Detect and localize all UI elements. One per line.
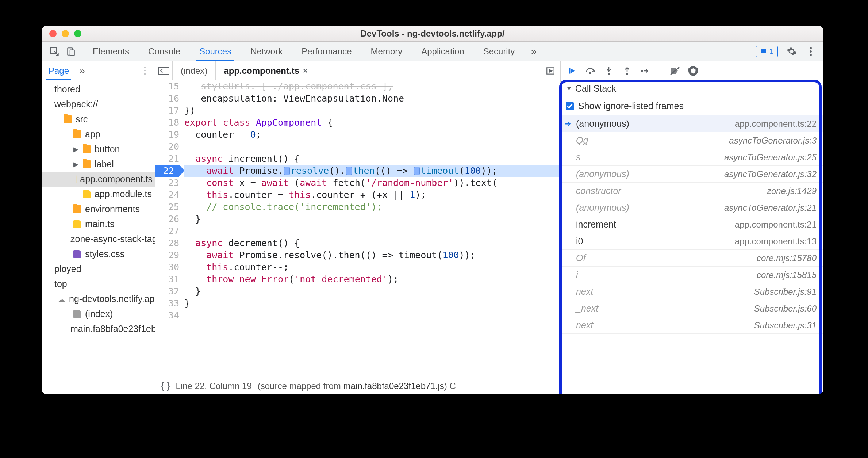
- call-stack-frame[interactable]: sasyncToGenerator.js:25: [561, 149, 823, 166]
- tab-elements[interactable]: Elements: [83, 42, 139, 61]
- more-menu-icon[interactable]: [806, 46, 816, 57]
- close-tab-icon[interactable]: ×: [303, 66, 308, 76]
- svg-rect-14: [694, 69, 695, 72]
- issues-badge[interactable]: 1: [756, 46, 778, 57]
- zoom-window-button[interactable]: [74, 30, 81, 37]
- navigator-overflow-icon[interactable]: »: [76, 65, 89, 77]
- folder-icon: [83, 160, 91, 168]
- show-ignored-row[interactable]: Show ignore-listed frames: [561, 97, 823, 115]
- editor-history-nav[interactable]: [155, 61, 173, 80]
- tree-item[interactable]: zone-async-stack-tag: [42, 232, 155, 247]
- tab-application[interactable]: Application: [412, 42, 473, 61]
- tab-sources[interactable]: Sources: [190, 42, 241, 61]
- code-content[interactable]: styleUrls. [ ./app.component.css ], enca…: [184, 80, 560, 377]
- folder-icon: [73, 130, 81, 138]
- traffic-lights: [42, 30, 81, 37]
- navigator-page-tab[interactable]: Page: [42, 61, 76, 80]
- show-ignored-checkbox[interactable]: [566, 102, 574, 110]
- close-window-button[interactable]: [49, 30, 57, 37]
- tree-item[interactable]: ▶button: [42, 142, 155, 157]
- source-map-link[interactable]: main.fa8bfa0e23f1eb71.js: [343, 381, 444, 391]
- deactivate-breakpoints-icon[interactable]: [670, 66, 680, 76]
- file-tab[interactable]: app.component.ts×: [216, 61, 316, 80]
- device-toggle-icon[interactable]: [66, 47, 76, 56]
- code-editor[interactable]: 1516171819202122232425262728293031323334…: [155, 80, 560, 394]
- main-tabs: ElementsConsoleSourcesNetworkPerformance…: [83, 42, 524, 61]
- tab-memory[interactable]: Memory: [361, 42, 412, 61]
- inspect-element-icon[interactable]: [49, 46, 59, 57]
- call-stack-frame[interactable]: incrementapp.component.ts:21: [561, 216, 823, 233]
- folder-icon: [64, 115, 72, 123]
- tab-console[interactable]: Console: [139, 42, 190, 61]
- svg-point-4: [810, 50, 812, 53]
- toolbar-left: [42, 42, 83, 61]
- tree-item[interactable]: app.component.ts: [42, 172, 155, 187]
- tree-item[interactable]: ☁ng-devtools.netlify.app: [42, 291, 155, 306]
- file-tab[interactable]: (index): [173, 61, 216, 80]
- minimize-window-button[interactable]: [62, 30, 69, 37]
- folder-icon: [73, 205, 81, 213]
- call-stack-frame[interactable]: i0app.component.ts:13: [561, 233, 823, 250]
- call-stack-header[interactable]: ▼ Call Stack: [561, 80, 823, 97]
- tree-item[interactable]: main.fa8bfa0e23f1eb: [42, 321, 155, 336]
- call-stack-frame[interactable]: nextSubscriber.js:31: [561, 317, 823, 334]
- debugger-toolbar: [560, 61, 823, 80]
- tree-item[interactable]: top: [42, 276, 155, 291]
- step-icon[interactable]: [640, 66, 650, 76]
- tree-item[interactable]: app: [42, 127, 155, 142]
- step-into-icon[interactable]: [604, 66, 614, 76]
- call-stack-frame[interactable]: nextSubscriber.js:91: [561, 283, 823, 300]
- call-stack-frame[interactable]: (anonymous)asyncToGenerator.js:32: [561, 166, 823, 183]
- file-tree[interactable]: thoredwebpack://srcapp▶button▶labelapp.c…: [42, 80, 155, 394]
- file-icon: [73, 310, 81, 318]
- tree-item[interactable]: thored: [42, 82, 155, 97]
- file-icon: [73, 220, 81, 228]
- svg-point-9: [589, 72, 591, 74]
- svg-point-10: [608, 73, 610, 75]
- call-stack-frame[interactable]: constructorzone.js:1429: [561, 183, 823, 199]
- call-stack-frames[interactable]: (anonymous)app.component.ts:22QgasyncToG…: [561, 115, 823, 394]
- tree-item[interactable]: styles.css: [42, 247, 155, 262]
- call-stack-frame[interactable]: (anonymous)app.component.ts:22: [561, 115, 823, 132]
- tree-item[interactable]: ▶label: [42, 157, 155, 172]
- folder-icon: [83, 145, 91, 153]
- tabs-overflow-icon[interactable]: »: [524, 42, 543, 61]
- file-icon: [83, 190, 91, 198]
- tree-item[interactable]: main.ts: [42, 217, 155, 232]
- svg-point-5: [810, 54, 812, 56]
- pause-on-exceptions-icon[interactable]: [688, 66, 698, 76]
- tab-security[interactable]: Security: [474, 42, 525, 61]
- main-tab-bar: ElementsConsoleSourcesNetworkPerformance…: [42, 42, 823, 61]
- step-out-icon[interactable]: [622, 66, 632, 76]
- disclosure-triangle-icon: ▼: [566, 85, 572, 92]
- tree-item[interactable]: ployed: [42, 262, 155, 276]
- debugger-sidebar: ▼ Call Stack Show ignore-listed frames (…: [560, 80, 823, 394]
- tree-item[interactable]: environments: [42, 202, 155, 217]
- svg-rect-2: [70, 50, 74, 55]
- resume-icon[interactable]: [567, 66, 577, 76]
- run-snippet-icon[interactable]: [546, 66, 555, 76]
- call-stack-title: Call Stack: [575, 83, 617, 94]
- svg-point-11: [626, 73, 628, 75]
- tab-network[interactable]: Network: [241, 42, 292, 61]
- call-stack-frame[interactable]: Ofcore.mjs:15780: [561, 250, 823, 267]
- editor-status-bar: { } Line 22, Column 19 (source mapped fr…: [155, 377, 560, 394]
- gutter[interactable]: 1516171819202122232425262728293031323334: [155, 80, 184, 377]
- tree-item[interactable]: (index): [42, 306, 155, 321]
- tab-performance[interactable]: Performance: [292, 42, 361, 61]
- window-title: DevTools - ng-devtools.netlify.app/: [42, 28, 823, 39]
- tree-item[interactable]: src: [42, 112, 155, 127]
- tree-item[interactable]: webpack://: [42, 97, 155, 112]
- svg-point-12: [641, 70, 643, 72]
- svg-point-3: [810, 47, 812, 49]
- tree-item[interactable]: app.module.ts: [42, 187, 155, 202]
- titlebar: DevTools - ng-devtools.netlify.app/: [42, 26, 823, 42]
- settings-gear-icon[interactable]: [787, 46, 797, 57]
- call-stack-frame[interactable]: QgasyncToGenerator.js:3: [561, 132, 823, 149]
- call-stack-frame[interactable]: _nextSubscriber.js:60: [561, 300, 823, 317]
- navigator-more-icon[interactable]: ⋮: [135, 65, 155, 76]
- call-stack-frame[interactable]: (anonymous)asyncToGenerator.js:21: [561, 199, 823, 216]
- step-over-icon[interactable]: [585, 66, 596, 76]
- pretty-print-icon[interactable]: { }: [161, 380, 170, 392]
- call-stack-frame[interactable]: icore.mjs:15815: [561, 267, 823, 283]
